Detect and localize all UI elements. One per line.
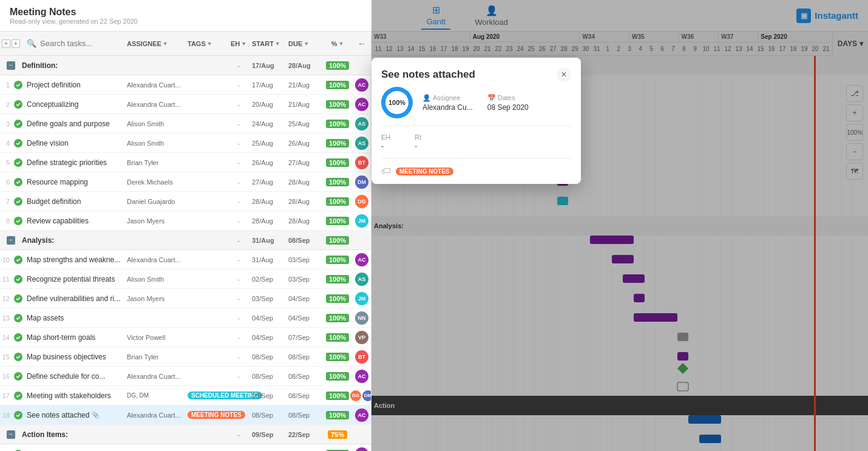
modal-close-button[interactable]: ×	[557, 67, 571, 82]
task-avatar: AS	[353, 273, 371, 286]
task-check[interactable]	[12, 333, 24, 342]
check-done	[14, 120, 22, 128]
task-row[interactable]: 6 Resource mapping Derek Michaels - 27/A…	[0, 172, 371, 192]
group-toggle-action[interactable]: −	[0, 430, 22, 439]
task-row[interactable]: 11 Recognize potential threats Alison Sm…	[0, 270, 371, 289]
app-title-area: Meeting Notes Read-only view, generated …	[10, 7, 138, 25]
task-check[interactable]	[12, 372, 24, 381]
task-row[interactable]: 13 Map assets - 04/Sep 04/Sep 100% NN	[0, 308, 371, 328]
task-num: 8	[0, 217, 12, 225]
assignee-label: 👤 Assignee	[422, 94, 473, 102]
task-row[interactable]: 12 Define vulnerabilities and ri... Jaso…	[0, 289, 371, 308]
group-action-start: 09/Sep	[249, 431, 286, 438]
task-check[interactable]	[12, 120, 24, 128]
task-row[interactable]: 4 Define vision Alison Smith - 25/Aug 26…	[0, 134, 371, 153]
avatar: AS	[355, 273, 368, 286]
task-row[interactable]: 2 Conceptualizing Alexandra Cuart... - 2…	[0, 95, 371, 114]
task-num: 11	[0, 276, 12, 283]
task-row-highlighted[interactable]: 18 See notes attached 📎 Alexandra Cuart.…	[0, 405, 371, 425]
assignee-sort-icon: ▼	[163, 41, 168, 47]
assignee-col-header[interactable]: ASSIGNEE ▼	[124, 40, 185, 47]
task-name: Map assets	[24, 314, 124, 322]
task-num: 6	[0, 178, 12, 186]
task-row[interactable]: 16 Define schedule for co... Alexandra C…	[0, 367, 371, 386]
task-avatar: AC	[353, 409, 371, 422]
task-num: 15	[0, 353, 12, 361]
task-check[interactable]	[12, 275, 24, 283]
modal-title: See notes attached	[381, 69, 475, 81]
task-name: Define vision	[24, 139, 124, 148]
task-row[interactable]: 8 Review capabilities Jason Myers - 28/A…	[0, 211, 371, 231]
avatar: AC	[355, 98, 368, 111]
group-toggle-analysis[interactable]: −	[0, 236, 22, 245]
ri-label: RI	[415, 134, 421, 141]
search-input[interactable]	[40, 39, 120, 48]
task-eh: -	[228, 159, 249, 166]
task-row[interactable]: 15 Map business objectives Brian Tyler -…	[0, 347, 371, 367]
task-name: Budget definition	[24, 197, 124, 206]
task-avatar: NN	[353, 311, 371, 325]
task-row[interactable]: 5 Define strategic priorities Brian Tyle…	[0, 153, 371, 172]
task-row[interactable]: 17 Meeting with stakeholders DG, DM SCHE…	[0, 386, 371, 405]
person-icon: 👤	[422, 94, 431, 102]
task-due: 21/Aug	[286, 81, 322, 89]
add-row-button[interactable]: +	[2, 39, 10, 48]
task-check[interactable]	[12, 353, 24, 361]
task-due: 28/Aug	[286, 178, 322, 186]
task-assignee: Alexandra Cuart...	[124, 81, 185, 89]
task-pct: 100%	[322, 158, 353, 167]
task-name: Define strategic priorities	[24, 158, 124, 167]
task-start: 17/Aug	[249, 81, 286, 89]
start-col-header[interactable]: START ▼	[249, 40, 286, 47]
task-check[interactable]	[12, 217, 24, 225]
group-definition-pct: 100%	[322, 61, 353, 70]
task-check[interactable]	[12, 392, 24, 400]
collapse-icon: −	[7, 61, 15, 70]
task-row[interactable]: 1 Project definition Alexandra Cuart... …	[0, 75, 371, 95]
pct-sort-icon: ▼	[338, 41, 344, 47]
avatar: AS	[355, 137, 368, 150]
task-row[interactable]: 7 Budget definition Daniel Guajardo - 28…	[0, 192, 371, 211]
task-check[interactable]	[12, 256, 24, 264]
task-due: 04/Sep	[286, 314, 322, 322]
eh-col-header[interactable]: EH ▼	[228, 40, 249, 47]
task-check[interactable]	[12, 294, 24, 303]
back-icon[interactable]: ←	[358, 39, 366, 49]
group-definition-eh: -	[228, 62, 249, 69]
ri-group: RI -	[415, 134, 421, 151]
group-definition[interactable]: − Definition: - 17/Aug 28/Aug 100%	[0, 56, 371, 75]
task-check[interactable]	[12, 178, 24, 186]
task-row[interactable]: 20 Review new risk analysis Alexandra Cu…	[0, 444, 371, 451]
pct-col-header[interactable]: % ▼	[322, 40, 353, 47]
task-row[interactable]: 10 Map strengths and weakne... Alexandra…	[0, 250, 371, 270]
task-check[interactable]	[12, 139, 24, 148]
eh-sort-icon: ▼	[241, 41, 246, 47]
progress-circle: 100%	[381, 87, 413, 118]
task-check[interactable]	[12, 314, 24, 322]
task-check[interactable]	[12, 100, 24, 109]
tags-col-header[interactable]: TAGS ▼	[185, 40, 228, 47]
task-check[interactable]	[12, 81, 24, 89]
eh-group: EH -	[381, 134, 390, 151]
task-tags: SCHEDULED MEETING	[185, 392, 228, 399]
task-pct: 100%	[322, 392, 353, 400]
group-action-items[interactable]: − Action Items: - 09/Sep 22/Sep 75%	[0, 425, 371, 444]
task-avatar: JM	[353, 214, 371, 228]
task-check[interactable]	[12, 411, 24, 419]
modal-meta: 👤 Assignee Alexandra Cu... 📅 Dates 08 Se…	[422, 94, 529, 112]
add-col-button[interactable]: +	[12, 39, 20, 48]
avatar: BT	[355, 350, 368, 364]
due-col-header[interactable]: DUE ▼	[286, 40, 322, 47]
task-check[interactable]	[12, 197, 24, 206]
task-assignee: Alexandra Cuart...	[124, 412, 185, 419]
avatar: DM	[362, 390, 371, 401]
group-toggle-definition[interactable]: −	[0, 61, 22, 70]
avatar: DG	[355, 195, 368, 208]
task-row[interactable]: 14 Map short-term goals Victor Powell - …	[0, 328, 371, 347]
task-name: Review capabilities	[24, 217, 124, 225]
task-start: 20/Aug	[249, 101, 286, 108]
task-check[interactable]	[12, 158, 24, 167]
task-row[interactable]: 3 Define goals and purpose Alison Smith …	[0, 114, 371, 134]
task-assignee: Alison Smith	[124, 140, 185, 147]
group-analysis[interactable]: − Analysis: - 31/Aug 08/Sep 100%	[0, 231, 371, 250]
